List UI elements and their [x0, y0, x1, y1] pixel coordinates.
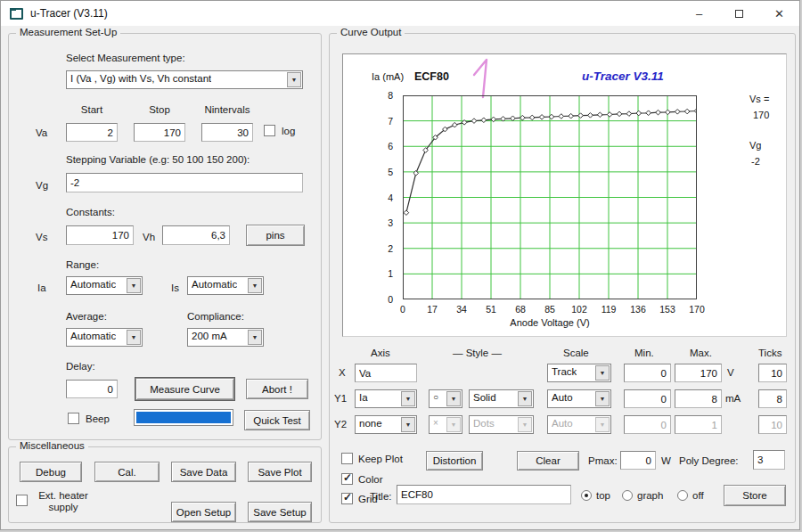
x-min-input[interactable] [624, 364, 671, 382]
chevron-down-icon[interactable]: ▼ [595, 391, 610, 406]
close-button[interactable]: ✕ [759, 1, 799, 26]
cal-button[interactable]: Cal. [94, 462, 160, 482]
chevron-down-icon[interactable]: ▼ [595, 365, 610, 381]
progress-bar-fill [136, 412, 231, 423]
log-label: log [282, 126, 295, 136]
chevron-down-icon[interactable]: ▼ [127, 278, 141, 293]
y1-min-input[interactable] [624, 389, 671, 408]
chevron-down-icon: ▼ [518, 417, 532, 432]
maximize-button[interactable] [719, 1, 759, 26]
x-max-input[interactable] [675, 364, 722, 382]
quick-test-button[interactable]: Quick Test [244, 410, 310, 430]
chevron-down-icon[interactable]: ▼ [446, 391, 461, 406]
distortion-button[interactable]: Distortion [426, 451, 483, 471]
delay-input[interactable] [66, 380, 118, 398]
save-plot-button[interactable]: Save Plot [248, 462, 312, 482]
x-row-label: X [339, 367, 346, 378]
keep-plot-checkbox[interactable] [341, 453, 353, 464]
is-range-value: Automatic [192, 279, 237, 290]
color-label: Color [358, 474, 382, 485]
legend-vg-label: Vg [749, 140, 761, 151]
chevron-down-icon[interactable]: ▼ [287, 72, 301, 87]
x-scale-select[interactable]: Track ▼ [547, 364, 611, 382]
minimize-button[interactable]: – [679, 1, 719, 26]
color-checkbox[interactable] [341, 473, 353, 485]
y1-marker-select[interactable]: ○ ▼ [429, 389, 462, 408]
ia-range-select[interactable]: Automatic ▼ [66, 276, 143, 295]
y-tick-label: 8 [372, 90, 393, 101]
chevron-down-icon[interactable]: ▼ [518, 391, 532, 406]
ext-heater-label: Ext. heater supply [34, 490, 93, 513]
clear-button[interactable]: Clear [517, 451, 579, 471]
pmax-input[interactable] [620, 451, 656, 470]
y1-ticks-input[interactable] [758, 389, 787, 408]
miscellaneous-group: Miscellaneous Debug Cal. Save Data Save … [8, 446, 322, 523]
y-tick-label: 4 [372, 192, 393, 203]
radio-top[interactable] [581, 490, 592, 501]
legend-vs-value: 170 [753, 110, 769, 120]
y1-scale-select[interactable]: Auto ▼ [547, 389, 611, 408]
vh-input[interactable] [162, 225, 230, 245]
debug-button[interactable]: Debug [20, 462, 82, 482]
x-tick-label: 170 [685, 304, 708, 315]
y1-max-input[interactable] [675, 389, 722, 408]
chart-title: ECF80 [414, 70, 449, 83]
measurement-type-value: I (Va , Vg) with Vs, Vh constant [70, 73, 211, 84]
plot-title-input[interactable] [397, 485, 571, 504]
grid-checkbox[interactable] [341, 493, 353, 504]
open-setup-button[interactable]: Open Setup [171, 502, 236, 522]
title-label: Title: [370, 491, 392, 502]
beep-checkbox[interactable] [68, 413, 79, 424]
x-variable-input[interactable] [355, 364, 417, 382]
radio-graph-label: graph [637, 490, 663, 501]
compliance-value: 200 mA [192, 331, 227, 341]
measure-curve-button[interactable]: Measure Curve [135, 378, 234, 400]
y-tick-label: 1 [372, 268, 393, 279]
y1-variable-select[interactable]: Ia ▼ [355, 389, 417, 408]
poly-degree-input[interactable] [753, 450, 785, 470]
pins-button[interactable]: pins [246, 225, 305, 246]
save-data-button[interactable]: Save Data [171, 462, 236, 482]
radio-graph[interactable] [622, 490, 633, 501]
abort-button[interactable]: Abort ! [246, 379, 308, 399]
y2-variable-select[interactable]: none ▼ [355, 415, 417, 434]
is-range-select[interactable]: Automatic ▼ [187, 276, 264, 295]
select-type-label: Select Measurement type: [66, 53, 185, 63]
vg-stepping-input[interactable] [66, 173, 303, 192]
y2-marker-select: × ▼ [429, 415, 462, 434]
average-select[interactable]: Automatic ▼ [66, 328, 143, 347]
window-title: u-Tracer (V3.11) [30, 7, 108, 20]
minimize-icon: – [696, 7, 702, 20]
va-stop-input[interactable] [134, 123, 185, 142]
radio-off[interactable] [677, 490, 688, 501]
y1-variable-value: Ia [359, 392, 368, 403]
y2-line-style-select: Dots ▼ [469, 415, 534, 434]
measurement-type-select[interactable]: I (Va , Vg) with Vs, Vh constant ▼ [66, 70, 303, 89]
log-checkbox[interactable] [264, 125, 275, 136]
chart-panel: Ia (mA) ECF80 u-Tracer V3.11 012345678 0… [342, 53, 787, 337]
chevron-down-icon[interactable]: ▼ [401, 391, 415, 406]
chevron-down-icon[interactable]: ▼ [248, 330, 262, 345]
chevron-down-icon[interactable]: ▼ [401, 417, 415, 432]
y1-scale-value: Auto [552, 392, 573, 403]
va-start-input[interactable] [66, 123, 118, 142]
legend-vg-value: -2 [751, 156, 760, 167]
va-nintervals-input[interactable] [201, 123, 253, 142]
y2-max-input [675, 415, 722, 434]
chevron-down-icon: ▼ [595, 417, 610, 432]
y2-ticks-input [758, 415, 787, 434]
handwritten-annotation-1 [471, 57, 493, 100]
range-label: Range: [66, 259, 99, 270]
compliance-select[interactable]: 200 mA ▼ [187, 328, 264, 347]
x-ticks-input[interactable] [758, 364, 787, 382]
vs-input[interactable] [66, 225, 134, 245]
y2-scale-select: Auto ▼ [547, 415, 611, 434]
y1-line-style-select[interactable]: Solid ▼ [469, 389, 534, 408]
chevron-down-icon[interactable]: ▼ [127, 330, 141, 345]
store-button[interactable]: Store [724, 485, 786, 506]
ext-heater-checkbox[interactable] [16, 495, 28, 506]
save-setup-button[interactable]: Save Setup [248, 502, 312, 522]
chevron-down-icon[interactable]: ▼ [248, 278, 262, 293]
y1-row-label: Y1 [334, 393, 347, 404]
y-tick-label: 5 [372, 167, 393, 177]
